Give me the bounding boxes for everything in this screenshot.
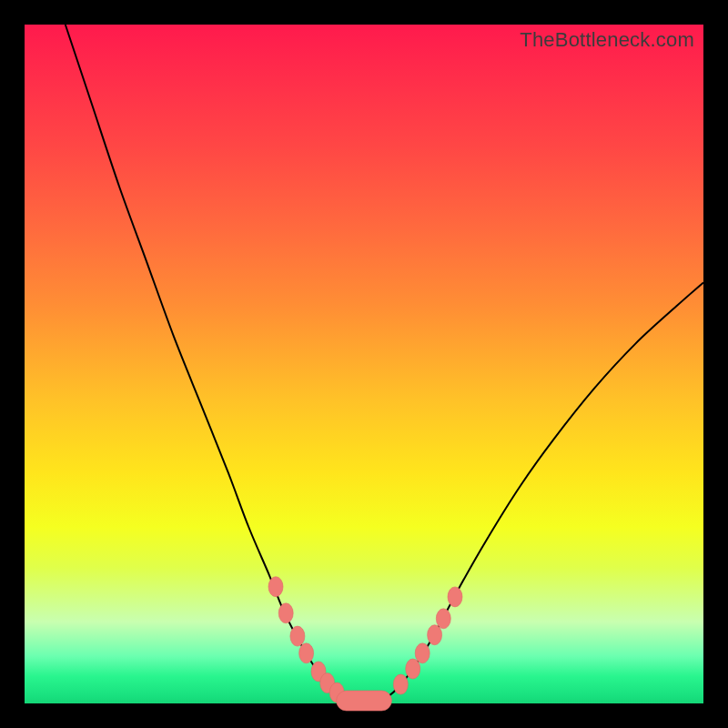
bottleneck-curve xyxy=(66,25,703,703)
marker-point xyxy=(393,674,408,694)
marker-point xyxy=(436,609,450,629)
marker-capsule xyxy=(337,691,392,711)
chart-svg xyxy=(25,25,703,703)
marker-point xyxy=(415,643,430,663)
chart-frame: TheBottleneck.com xyxy=(0,0,728,728)
marker-point xyxy=(290,626,305,646)
plot-area: TheBottleneck.com xyxy=(25,25,703,703)
marker-point xyxy=(428,625,442,645)
markers-group xyxy=(268,577,462,711)
marker-point xyxy=(299,643,314,663)
marker-point xyxy=(406,659,420,679)
marker-point xyxy=(278,603,293,623)
marker-point xyxy=(448,587,462,607)
marker-point xyxy=(268,577,283,597)
